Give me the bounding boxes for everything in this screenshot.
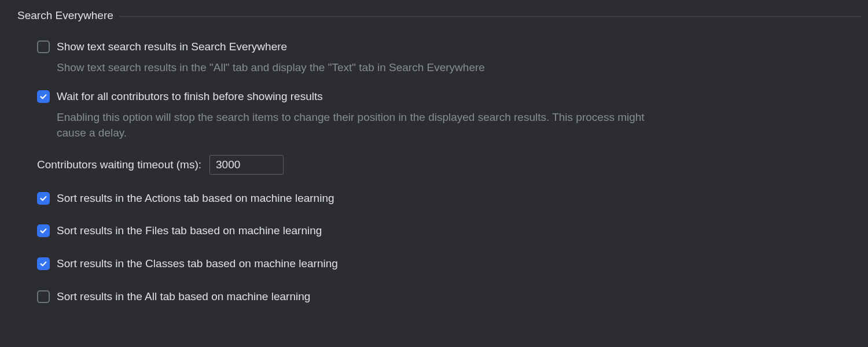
option-sort-classes-row: Sort results in the Classes tab based on… — [37, 256, 861, 272]
checkmark-icon — [39, 194, 47, 202]
description-show-text-results: Show text search results in the "All" ta… — [57, 60, 667, 76]
label-sort-actions[interactable]: Sort results in the Actions tab based on… — [57, 191, 334, 206]
group-body: Show text search results in Search Every… — [7, 22, 861, 304]
group-divider — [7, 16, 861, 17]
checkbox-show-text-results[interactable] — [37, 40, 50, 53]
option-sort-files-row: Sort results in the Files tab based on m… — [37, 223, 861, 239]
description-wait-contributors: Enabling this option will stop the searc… — [57, 109, 667, 141]
label-show-text-results[interactable]: Show text search results in Search Every… — [57, 39, 287, 55]
checkbox-sort-classes[interactable] — [37, 257, 50, 270]
checkbox-sort-actions[interactable] — [37, 192, 50, 205]
checkmark-icon — [39, 260, 47, 268]
checkbox-wait-contributors[interactable] — [37, 90, 50, 103]
option-wait-contributors-row: Wait for all contributors to finish befo… — [37, 89, 861, 105]
checkbox-sort-files[interactable] — [37, 224, 50, 237]
label-sort-all[interactable]: Sort results in the All tab based on mac… — [57, 289, 310, 305]
option-show-text-results-row: Show text search results in Search Every… — [37, 39, 861, 55]
checkmark-icon — [39, 227, 47, 235]
input-timeout[interactable] — [209, 155, 284, 175]
label-sort-files[interactable]: Sort results in the Files tab based on m… — [57, 223, 322, 239]
group-title: Search Everywhere — [7, 9, 119, 22]
label-sort-classes[interactable]: Sort results in the Classes tab based on… — [57, 256, 338, 272]
option-sort-all-row: Sort results in the All tab based on mac… — [37, 289, 861, 305]
settings-group: Search Everywhere Show text search resul… — [7, 9, 861, 304]
checkmark-icon — [39, 93, 47, 101]
option-sort-actions-row: Sort results in the Actions tab based on… — [37, 191, 861, 206]
label-timeout: Contributors waiting timeout (ms): — [37, 158, 201, 171]
label-wait-contributors[interactable]: Wait for all contributors to finish befo… — [57, 89, 323, 105]
timeout-field-row: Contributors waiting timeout (ms): — [37, 155, 861, 175]
checkbox-sort-all[interactable] — [37, 290, 50, 303]
